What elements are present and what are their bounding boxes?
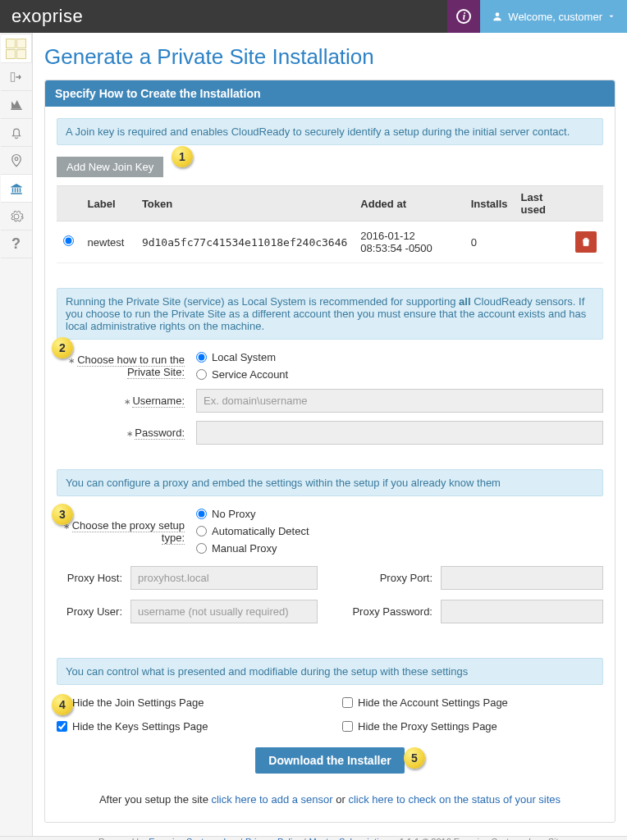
lbl-hide-proxy: Hide the Proxy Settings Page (358, 720, 497, 733)
sidebar-item-help[interactable]: ? (1, 231, 32, 258)
col-installs: Installs (465, 186, 515, 221)
svg-rect-5 (14, 188, 16, 192)
page-title: Generate a Private Site Installation (44, 44, 616, 70)
proxy-host-input[interactable] (130, 566, 318, 590)
link-add-sensor[interactable]: click here to add a sensor (211, 793, 332, 806)
callout-2: 2 (52, 337, 73, 358)
main-panel: Specify How to Create the Installation A… (44, 80, 616, 823)
password-input[interactable] (196, 421, 603, 445)
trash-icon (580, 236, 592, 248)
label-proxyhost: Proxy Host: (57, 572, 130, 584)
callout-1: 1 (172, 146, 193, 167)
arrow-right-icon (9, 70, 24, 84)
info-hide: You can control what is presented and mo… (57, 658, 603, 685)
username-input[interactable] (196, 389, 603, 413)
info-joinkey: A Join key is required and enables Cloud… (57, 118, 603, 145)
chk-hide-proxy[interactable] (342, 721, 353, 732)
label-password: Password: (57, 427, 196, 439)
join-row-radio[interactable] (63, 235, 74, 246)
svg-rect-4 (11, 188, 13, 192)
label-username: Username: (57, 395, 196, 407)
proxy-password-input[interactable] (441, 600, 603, 623)
link-site-status[interactable]: click here to check on the status of you… (348, 793, 561, 806)
sidebar-item-settings[interactable] (1, 203, 32, 231)
info-proxy: You can configure a proxy and embed the … (57, 469, 603, 496)
callout-5: 5 (404, 747, 425, 769)
sidebar-item-dashboard[interactable] (1, 34, 32, 63)
lbl-hide-join: Hide the Join Settings Page (72, 696, 204, 709)
label-proxypass: Proxy Password: (342, 605, 441, 619)
radio-auto-detect[interactable]: Automatically Detect (196, 525, 309, 537)
panel-header: Specify How to Create the Installation (45, 80, 615, 107)
grid-icon (6, 39, 26, 59)
info-button[interactable]: i (447, 0, 480, 33)
lbl-hide-keys: Hide the Keys Settings Page (72, 720, 208, 733)
institution-icon (9, 181, 24, 196)
footer-privacy-link[interactable]: Privacy Policy (245, 837, 301, 841)
col-added: Added at (354, 186, 464, 221)
col-lastused: Last used (515, 186, 569, 221)
user-icon (492, 11, 503, 22)
lbl-hide-account: Hide the Account Settings Page (358, 696, 508, 709)
sidebar: ? (0, 33, 33, 836)
callout-4: 4 (52, 694, 73, 715)
welcome-text: Welcome, customer (508, 11, 602, 23)
topbar: exoprise i Welcome, customer (0, 0, 627, 33)
footer: Powered by Exoprise Systems Inc. | Priva… (0, 836, 627, 840)
radio-service-account[interactable]: Service Account (196, 368, 288, 381)
callout-3: 3 (52, 504, 73, 525)
label-proxyport: Proxy Port: (342, 572, 441, 584)
col-label: Label (81, 186, 135, 221)
chart-icon (9, 98, 24, 112)
info-icon: i (456, 9, 471, 24)
info-runas: Running the Private Site (service) as Lo… (57, 288, 603, 340)
cell-lastused (515, 221, 569, 263)
svg-rect-6 (16, 188, 18, 192)
user-menu[interactable]: Welcome, customer (480, 0, 627, 33)
sidebar-item-alarms[interactable] (1, 119, 32, 147)
radio-local-system[interactable]: Local System (196, 351, 288, 363)
join-key-table: Label Token Added at Installs Last used … (57, 185, 603, 263)
brand-logo: exoprise (0, 6, 83, 27)
svg-rect-1 (11, 72, 15, 81)
sidebar-item-sites[interactable] (1, 147, 32, 175)
download-installer-button[interactable]: Download the Installer (255, 747, 404, 774)
col-token: Token (135, 186, 354, 221)
chk-hide-account[interactable] (342, 697, 353, 708)
label-proxyuser: Proxy User: (57, 605, 130, 618)
radio-no-proxy[interactable]: No Proxy (196, 508, 309, 520)
main-content: Generate a Private Site Installation Spe… (33, 33, 627, 836)
sidebar-item-reports[interactable] (1, 91, 32, 119)
after-setup-text: After you setup the site click here to a… (57, 793, 603, 806)
cell-installs: 0 (465, 221, 515, 263)
sidebar-item-organization[interactable] (1, 175, 32, 203)
cell-token: 9d10a5fc77c41534e11018ef240c3646 (135, 221, 354, 263)
location-icon (9, 153, 24, 168)
footer-version: v1.1.1 © 2016 Exoprise Systems Inc., Sit… (395, 837, 619, 841)
bell-icon (9, 126, 24, 140)
chevron-down-icon (607, 12, 616, 21)
cell-label: newtest (81, 221, 135, 263)
add-join-key-button[interactable]: Add New Join Key (57, 157, 163, 177)
sidebar-item-export[interactable] (1, 63, 32, 91)
delete-join-key-button[interactable] (575, 231, 597, 253)
table-row: newtest 9d10a5fc77c41534e11018ef240c3646… (57, 221, 603, 263)
proxy-user-input[interactable] (130, 600, 318, 623)
label-runas: Choose how to run the Private Site: (57, 354, 196, 378)
question-icon: ? (11, 235, 21, 253)
proxy-port-input[interactable] (441, 566, 603, 590)
gear-icon (9, 209, 24, 224)
footer-company-link[interactable]: Exoprise Systems Inc. (149, 837, 238, 841)
svg-point-0 (496, 12, 500, 16)
cell-added: 2016-01-12 08:53:54 -0500 (354, 221, 464, 263)
label-proxytype: Choose the proxy setup type: (57, 519, 196, 544)
svg-rect-2 (11, 108, 22, 110)
radio-manual-proxy[interactable]: Manual Proxy (196, 542, 309, 555)
chk-hide-keys[interactable] (57, 721, 67, 732)
svg-point-3 (15, 157, 18, 160)
svg-rect-8 (11, 193, 22, 194)
svg-rect-7 (19, 188, 21, 192)
